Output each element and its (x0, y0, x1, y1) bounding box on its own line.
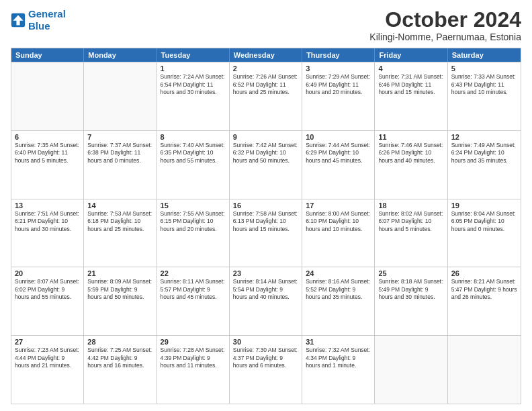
day-info: Sunrise: 8:02 AM Sunset: 6:07 PM Dayligh… (378, 210, 443, 233)
day-info: Sunrise: 8:07 AM Sunset: 6:02 PM Dayligh… (15, 278, 80, 301)
day-info: Sunrise: 7:31 AM Sunset: 6:46 PM Dayligh… (378, 73, 443, 96)
calendar-cell: 27Sunrise: 7:23 AM Sunset: 4:44 PM Dayli… (11, 336, 84, 404)
calendar-cell: 11Sunrise: 7:46 AM Sunset: 6:26 PM Dayli… (375, 131, 447, 199)
day-info: Sunrise: 7:42 AM Sunset: 6:32 PM Dayligh… (233, 142, 298, 165)
day-number: 22 (161, 269, 226, 277)
calendar-cell: 22Sunrise: 8:11 AM Sunset: 5:57 PM Dayli… (157, 267, 230, 335)
calendar-week-2: 6Sunrise: 7:35 AM Sunset: 6:40 PM Daylig… (11, 130, 521, 199)
calendar-cell: 16Sunrise: 7:58 AM Sunset: 6:13 PM Dayli… (230, 199, 302, 267)
calendar-cell (11, 62, 84, 130)
calendar-cell: 25Sunrise: 8:18 AM Sunset: 5:49 PM Dayli… (375, 267, 447, 335)
calendar-week-5: 27Sunrise: 7:23 AM Sunset: 4:44 PM Dayli… (11, 335, 521, 404)
day-number: 17 (306, 201, 371, 210)
calendar-cell: 5Sunrise: 7:33 AM Sunset: 6:43 PM Daylig… (448, 62, 521, 130)
logo-icon (11, 13, 26, 28)
calendar-cell: 12Sunrise: 7:49 AM Sunset: 6:24 PM Dayli… (448, 131, 521, 199)
day-number: 6 (15, 133, 80, 141)
calendar-cell: 15Sunrise: 7:55 AM Sunset: 6:15 PM Dayli… (157, 199, 230, 267)
day-info: Sunrise: 7:30 AM Sunset: 4:37 PM Dayligh… (233, 347, 298, 369)
day-info: Sunrise: 8:21 AM Sunset: 5:47 PM Dayligh… (451, 278, 517, 301)
day-info: Sunrise: 7:25 AM Sunset: 4:42 PM Dayligh… (87, 347, 152, 369)
day-info: Sunrise: 7:58 AM Sunset: 6:13 PM Dayligh… (233, 210, 298, 233)
day-number: 14 (87, 201, 152, 210)
calendar-cell (448, 336, 521, 404)
day-number: 24 (306, 269, 371, 277)
calendar-header: SundayMondayTuesdayWednesdayThursdayFrid… (11, 48, 521, 62)
day-number: 13 (15, 201, 80, 210)
day-info: Sunrise: 7:55 AM Sunset: 6:15 PM Dayligh… (161, 210, 226, 233)
day-number: 30 (233, 338, 298, 346)
calendar-cell: 4Sunrise: 7:31 AM Sunset: 6:46 PM Daylig… (375, 62, 447, 130)
day-info: Sunrise: 8:04 AM Sunset: 6:05 PM Dayligh… (451, 210, 517, 233)
calendar-header-thursday: Thursday (302, 48, 375, 62)
calendar-cell: 6Sunrise: 7:35 AM Sunset: 6:40 PM Daylig… (11, 131, 84, 199)
calendar-week-1: 1Sunrise: 7:24 AM Sunset: 6:54 PM Daylig… (11, 62, 521, 130)
calendar-cell: 31Sunrise: 7:32 AM Sunset: 4:34 PM Dayli… (302, 336, 375, 404)
day-number: 1 (161, 64, 226, 73)
day-info: Sunrise: 8:16 AM Sunset: 5:52 PM Dayligh… (306, 278, 371, 301)
calendar-header-wednesday: Wednesday (230, 48, 302, 62)
day-number: 20 (15, 269, 80, 277)
calendar-cell: 8Sunrise: 7:40 AM Sunset: 6:35 PM Daylig… (157, 131, 230, 199)
calendar-cell: 1Sunrise: 7:24 AM Sunset: 6:54 PM Daylig… (157, 62, 230, 130)
calendar-cell: 24Sunrise: 8:16 AM Sunset: 5:52 PM Dayli… (302, 267, 375, 335)
day-number: 26 (451, 269, 517, 277)
calendar-cell: 3Sunrise: 7:29 AM Sunset: 6:49 PM Daylig… (302, 62, 375, 130)
calendar-cell: 10Sunrise: 7:44 AM Sunset: 6:29 PM Dayli… (302, 131, 375, 199)
calendar-cell: 26Sunrise: 8:21 AM Sunset: 5:47 PM Dayli… (448, 267, 521, 335)
day-number: 5 (451, 64, 517, 73)
day-info: Sunrise: 7:37 AM Sunset: 6:38 PM Dayligh… (87, 142, 152, 165)
logo-text: General Blue (28, 8, 66, 32)
day-number: 27 (15, 338, 80, 346)
calendar-week-4: 20Sunrise: 8:07 AM Sunset: 6:02 PM Dayli… (11, 267, 521, 335)
calendar-week-3: 13Sunrise: 7:51 AM Sunset: 6:21 PM Dayli… (11, 199, 521, 267)
day-number: 31 (306, 338, 371, 346)
day-info: Sunrise: 7:51 AM Sunset: 6:21 PM Dayligh… (15, 210, 80, 233)
day-info: Sunrise: 8:14 AM Sunset: 5:54 PM Dayligh… (233, 278, 298, 301)
day-info: Sunrise: 7:23 AM Sunset: 4:44 PM Dayligh… (15, 347, 80, 369)
day-info: Sunrise: 7:53 AM Sunset: 6:18 PM Dayligh… (87, 210, 152, 233)
day-info: Sunrise: 7:26 AM Sunset: 6:52 PM Dayligh… (233, 73, 298, 96)
calendar-cell: 30Sunrise: 7:30 AM Sunset: 4:37 PM Dayli… (230, 336, 302, 404)
calendar-cell: 13Sunrise: 7:51 AM Sunset: 6:21 PM Dayli… (11, 199, 84, 267)
logo-blue: Blue (28, 20, 66, 32)
day-info: Sunrise: 7:33 AM Sunset: 6:43 PM Dayligh… (451, 73, 517, 96)
day-number: 4 (378, 64, 443, 73)
calendar-cell: 21Sunrise: 8:09 AM Sunset: 5:59 PM Dayli… (84, 267, 157, 335)
day-info: Sunrise: 8:00 AM Sunset: 6:10 PM Dayligh… (306, 210, 371, 233)
day-number: 23 (233, 269, 298, 277)
day-number: 21 (87, 269, 152, 277)
day-info: Sunrise: 7:24 AM Sunset: 6:54 PM Dayligh… (161, 73, 226, 96)
title-area: October 2024 Kilingi-Nomme, Paernumaa, E… (369, 8, 521, 42)
day-number: 2 (233, 64, 298, 73)
page-title: October 2024 (369, 8, 521, 32)
day-number: 16 (233, 201, 298, 210)
calendar-cell: 14Sunrise: 7:53 AM Sunset: 6:18 PM Dayli… (84, 199, 157, 267)
calendar-header-tuesday: Tuesday (157, 48, 230, 62)
day-info: Sunrise: 7:28 AM Sunset: 4:39 PM Dayligh… (161, 347, 226, 369)
day-number: 19 (451, 201, 517, 210)
day-number: 7 (87, 133, 152, 141)
calendar-header-saturday: Saturday (448, 48, 521, 62)
calendar-header-friday: Friday (375, 48, 447, 62)
day-number: 12 (451, 133, 517, 141)
day-number: 3 (306, 64, 371, 73)
day-info: Sunrise: 8:18 AM Sunset: 5:49 PM Dayligh… (378, 278, 443, 301)
calendar-header-sunday: Sunday (11, 48, 84, 62)
calendar-cell: 2Sunrise: 7:26 AM Sunset: 6:52 PM Daylig… (230, 62, 302, 130)
day-number: 9 (233, 133, 298, 141)
day-number: 28 (87, 338, 152, 346)
calendar-cell: 9Sunrise: 7:42 AM Sunset: 6:32 PM Daylig… (230, 131, 302, 199)
calendar-cell: 20Sunrise: 8:07 AM Sunset: 6:02 PM Dayli… (11, 267, 84, 335)
calendar-cell (375, 336, 447, 404)
day-number: 11 (378, 133, 443, 141)
day-info: Sunrise: 7:35 AM Sunset: 6:40 PM Dayligh… (15, 142, 80, 165)
calendar-cell: 23Sunrise: 8:14 AM Sunset: 5:54 PM Dayli… (230, 267, 302, 335)
day-info: Sunrise: 7:29 AM Sunset: 6:49 PM Dayligh… (306, 73, 371, 96)
day-number: 15 (161, 201, 226, 210)
calendar-header-monday: Monday (84, 48, 157, 62)
calendar-cell: 29Sunrise: 7:28 AM Sunset: 4:39 PM Dayli… (157, 336, 230, 404)
calendar: SundayMondayTuesdayWednesdayThursdayFrid… (11, 48, 521, 404)
logo: General Blue (11, 8, 66, 32)
calendar-body: 1Sunrise: 7:24 AM Sunset: 6:54 PM Daylig… (11, 62, 521, 404)
